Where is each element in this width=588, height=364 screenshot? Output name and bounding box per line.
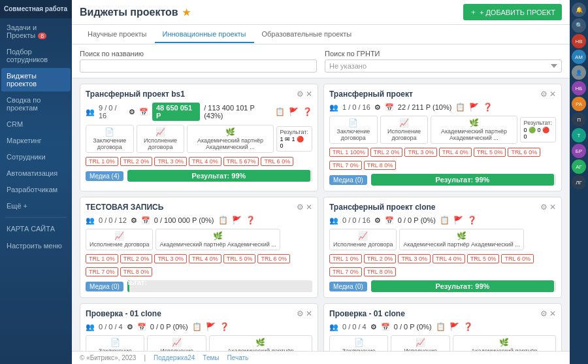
- trl-tag[interactable]: TRL 2 0%: [120, 254, 153, 263]
- card-tool-icon[interactable]: 📋: [440, 216, 449, 225]
- trl-tag[interactable]: TRL 5 67%: [223, 157, 259, 166]
- sidebar-item-6[interactable]: Сотрудники: [1, 149, 71, 165]
- trl-tag[interactable]: TRL 1 0%: [86, 254, 118, 263]
- settings-icon[interactable]: ⚙: [297, 90, 304, 99]
- trl-tag[interactable]: TRL 3 0%: [154, 157, 187, 166]
- settings-small-icon[interactable]: ⚙: [374, 103, 381, 112]
- card-tool-icon[interactable]: 🚩: [289, 107, 299, 116]
- sidebar-item-0[interactable]: Задачи и Проекты8: [1, 20, 71, 43]
- footer-support[interactable]: Поддержка24: [154, 354, 195, 361]
- close-icon[interactable]: ✕: [549, 203, 556, 212]
- avatar-4[interactable]: РА: [572, 97, 586, 111]
- avatar-1[interactable]: АМ: [572, 50, 586, 64]
- trl-tag[interactable]: TRL 7 0%: [86, 267, 118, 276]
- media-badge[interactable]: Медиа (4): [86, 171, 123, 181]
- media-badge[interactable]: Медиа (0): [329, 175, 367, 185]
- card-tool-icon[interactable]: ❓: [463, 322, 473, 331]
- sidebar-item-5[interactable]: Маркетинг: [1, 133, 71, 148]
- notification-icon[interactable]: 🔔: [572, 3, 586, 17]
- sidebar-item-4[interactable]: CRM: [1, 116, 71, 132]
- card-tool-icon[interactable]: 🚩: [453, 216, 463, 225]
- calendar-icon[interactable]: 📅: [385, 103, 394, 112]
- sidebar-item-configure[interactable]: Настроить меню: [1, 238, 71, 254]
- sidebar-item-map[interactable]: КАРТА САЙТА: [1, 221, 71, 237]
- media-badge[interactable]: Медиа (0): [329, 282, 367, 291]
- trl-tag[interactable]: TRL 2 0%: [364, 254, 397, 263]
- sidebar-item-8[interactable]: Разработчикам: [1, 182, 71, 197]
- sidebar-item-7[interactable]: Автоматизация: [1, 165, 71, 181]
- avatar-6[interactable]: Т: [572, 128, 586, 142]
- avatar-7[interactable]: БР: [572, 144, 586, 158]
- favorite-icon[interactable]: ★: [182, 7, 191, 18]
- settings-icon[interactable]: ⚙: [297, 203, 304, 212]
- settings-icon[interactable]: ⚙: [540, 309, 547, 318]
- trl-tag[interactable]: TRL 1 100%: [329, 148, 368, 157]
- media-badge[interactable]: Медиа (0): [86, 282, 123, 291]
- sidebar-item-9[interactable]: Ещё +: [1, 198, 71, 214]
- trl-tag[interactable]: TRL 4 0%: [433, 254, 465, 263]
- footer-print[interactable]: Печать: [227, 354, 249, 361]
- card-tool-icon[interactable]: 🚩: [449, 322, 459, 331]
- trl-tag[interactable]: TRL 3 0%: [404, 148, 437, 157]
- settings-small-icon[interactable]: ⚙: [127, 323, 133, 331]
- trl-tag[interactable]: TRL 7 0%: [329, 161, 362, 170]
- calendar-icon[interactable]: 📅: [385, 216, 394, 225]
- avatar-8[interactable]: АГ: [572, 159, 586, 174]
- calendar-icon[interactable]: 📅: [141, 216, 150, 225]
- settings-small-icon[interactable]: ⚙: [370, 323, 377, 331]
- avatar-9[interactable]: ЛГ: [572, 175, 586, 190]
- tab-0[interactable]: Научные проекты: [80, 26, 155, 43]
- search-name-input[interactable]: [80, 59, 317, 73]
- card-tool-icon[interactable]: 📋: [455, 103, 465, 112]
- trl-tag[interactable]: TRL 4 0%: [439, 148, 472, 157]
- trl-tag[interactable]: TRL 4 0%: [189, 157, 221, 166]
- card-tool-icon[interactable]: 📋: [436, 322, 446, 331]
- close-icon[interactable]: ✕: [306, 309, 312, 318]
- trl-tag[interactable]: TRL 5 0%: [474, 148, 506, 157]
- card-tool-icon[interactable]: 📋: [218, 216, 228, 225]
- settings-small-icon[interactable]: ⚙: [131, 216, 137, 225]
- avatar-5[interactable]: П: [572, 112, 586, 127]
- trl-tag[interactable]: TRL 3 0%: [154, 254, 187, 263]
- trl-tag[interactable]: TRL 7 0%: [329, 267, 362, 276]
- settings-small-icon[interactable]: ⚙: [129, 108, 135, 116]
- trl-tag[interactable]: TRL 2 0%: [370, 148, 403, 157]
- avatar-0[interactable]: НВ: [572, 34, 586, 48]
- calendar-icon[interactable]: 📅: [381, 323, 390, 331]
- trl-tag[interactable]: TRL 3 0%: [398, 254, 431, 263]
- card-tool-icon[interactable]: ❓: [220, 322, 229, 331]
- settings-icon[interactable]: ⚙: [297, 309, 304, 318]
- card-tool-icon[interactable]: 🚩: [206, 322, 216, 331]
- settings-icon[interactable]: ⚙: [540, 203, 547, 212]
- card-tool-icon[interactable]: ❓: [246, 216, 255, 225]
- card-tool-icon[interactable]: 🚩: [469, 103, 479, 112]
- trl-tag[interactable]: TRL 4 0%: [189, 254, 221, 263]
- close-icon[interactable]: ✕: [306, 90, 312, 99]
- trl-tag[interactable]: TRL 8 0%: [120, 267, 153, 276]
- trl-tag[interactable]: TRL 2 0%: [120, 157, 153, 166]
- search-grnti-select[interactable]: Не указано: [325, 59, 562, 73]
- trl-tag[interactable]: TRL 5 0%: [223, 254, 256, 263]
- add-project-button[interactable]: ＋ + ДОБАВИТЬ ПРОЕКТ: [463, 4, 562, 20]
- search-icon[interactable]: 🔍: [572, 18, 586, 33]
- card-tool-icon[interactable]: ❓: [483, 103, 493, 112]
- trl-tag[interactable]: TRL 6 0%: [508, 148, 540, 157]
- close-icon[interactable]: ✕: [549, 90, 556, 99]
- trl-tag[interactable]: TRL 1 0%: [329, 254, 362, 263]
- trl-tag[interactable]: TRL 1 0%: [86, 157, 118, 166]
- card-tool-icon[interactable]: 📋: [275, 107, 285, 116]
- card-tool-icon[interactable]: ❓: [302, 107, 312, 116]
- footer-themes[interactable]: Темы: [203, 354, 219, 361]
- card-tool-icon[interactable]: 📋: [192, 322, 202, 331]
- calendar-icon[interactable]: 📅: [137, 323, 146, 331]
- sidebar-item-3[interactable]: Сводка по проектам: [1, 92, 71, 116]
- close-icon[interactable]: ✕: [549, 309, 556, 318]
- trl-tag[interactable]: TRL 6 0%: [261, 157, 293, 166]
- trl-tag[interactable]: TRL 8 0%: [364, 267, 397, 276]
- tab-1[interactable]: Инновационные проекты: [155, 26, 254, 43]
- trl-tag[interactable]: TRL 8 0%: [364, 161, 397, 170]
- trl-tag[interactable]: TRL 6 0%: [257, 254, 290, 263]
- settings-icon[interactable]: ⚙: [540, 90, 547, 99]
- trl-tag[interactable]: TRL 5 0%: [467, 254, 500, 263]
- avatar-2[interactable]: 👤: [572, 65, 586, 80]
